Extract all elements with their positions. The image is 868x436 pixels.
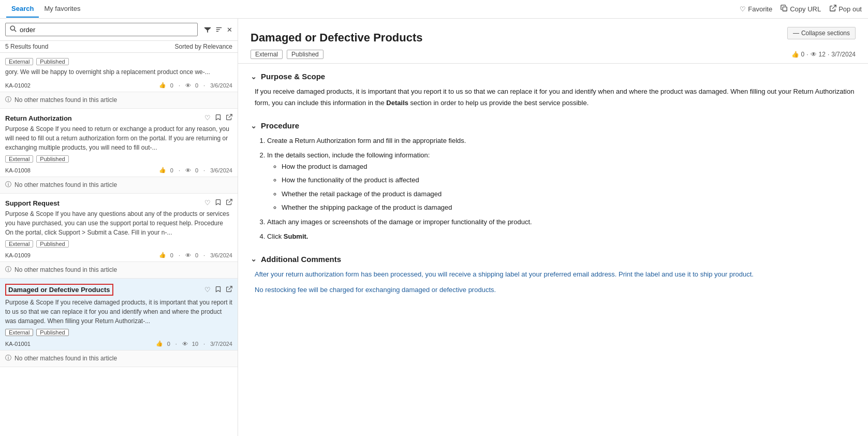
tag-published: Published [36,155,68,163]
result-actions: ♡ [204,199,232,207]
svg-line-1 [832,5,836,9]
like-icon: 👍 [159,252,166,258]
svg-line-3 [14,30,17,32]
bookmark-icon[interactable] [215,199,222,207]
tab-favorites[interactable]: My favorites [39,1,85,18]
views-icon: 👁 [185,252,191,258]
list-item[interactable]: Damaged or Defective Products ♡ Purpose … [0,279,238,351]
svg-line-9 [229,286,232,289]
result-stats: 👍 0 · 👁 0 · 3/6/2024 [159,167,232,173]
favorite-action[interactable]: ♡ Favorite [740,5,772,13]
date: 3/6/2024 [210,252,232,258]
results-count: 5 Results found [5,43,48,50]
list-item[interactable]: Return Authorization ♡ Purpose & Scope I… [0,109,238,177]
sort-label: Sorted by Relevance [175,43,232,50]
date: 3/6/2024 [210,82,232,89]
sub-item-4: Whether the shipping package of the prod… [282,202,856,213]
no-match-item: ⓘ No other matches found in this article [0,262,238,279]
section-title-purpose: Purpose & Scope [261,72,325,81]
section-title-procedure: Procedure [261,121,299,130]
share-icon[interactable] [226,199,232,207]
result-title-selected-wrapper: Damaged or Defective Products [5,284,113,296]
svg-line-8 [229,199,232,203]
views-count: 0 [195,82,198,89]
top-bar-actions: ♡ Favorite Copy URL Pop out [740,5,862,13]
step-4: Click Submit. [267,231,856,242]
collapse-icon: — [793,30,799,37]
tag-published: Published [36,329,68,336]
additional-text-1: After your return authorization form has… [255,269,856,280]
result-footer: KA-01001 👍 0 · 👁 10 · 3/7/2024 [5,338,232,350]
chevron-down-icon: ⌄ [251,72,257,81]
article-tags: External Published [251,50,323,59]
result-stats: 👍 0 · 👁 0 · 3/6/2024 [159,252,232,258]
tag-external: External [5,240,33,248]
top-bar: Search My favorites ♡ Favorite Copy URL … [0,0,868,19]
result-id: KA-01009 [5,252,31,258]
bookmark-icon[interactable] [215,286,222,294]
info-icon: ⓘ [5,95,11,104]
chevron-down-icon: ⌄ [251,255,257,263]
like-icon: 👍 [159,82,166,89]
result-tags: External Published [5,155,232,163]
info-icon: ⓘ [5,180,11,189]
result-id: KA-01002 [5,82,31,89]
heart-icon: ♡ [740,5,746,13]
article-views: 12 [819,51,826,58]
section-additional: ⌄ Additional Comments After your return … [251,255,856,296]
article-likes: 0 [801,51,805,58]
search-bar-container: ✕ [0,19,238,41]
section-heading-procedure[interactable]: ⌄ Procedure [251,121,856,130]
favorite-icon[interactable]: ♡ [204,286,211,294]
result-id: KA-01001 [5,341,31,347]
clear-icon[interactable]: ✕ [227,26,232,34]
tab-search[interactable]: Search [6,1,39,18]
search-meta: 5 Results found Sorted by Relevance [0,41,238,53]
result-snippet: Purpose & Scope If you need to return or… [5,124,232,152]
no-match-text: No other matches found in this article [14,181,117,188]
step-3: Attach any images or screenshots of the … [267,216,856,228]
list-item[interactable]: External Published gory. We will be happ… [0,53,238,92]
info-icon: ⓘ [5,265,11,274]
like-icon: 👍 [156,340,163,347]
tab-group: Search My favorites [6,1,85,18]
section-heading-purpose[interactable]: ⌄ Purpose & Scope [251,72,856,81]
result-tags: External Published [5,329,232,336]
copy-url-action[interactable]: Copy URL [781,5,821,13]
popout-action[interactable]: Pop out [829,5,862,13]
info-icon: ⓘ [5,354,11,362]
no-match-item: ⓘ No other matches found in this article [0,177,238,194]
tag-published: Published [36,240,68,248]
sub-item-3: Whether the retail package of the produc… [282,188,856,200]
results-list: External Published gory. We will be happ… [0,53,238,436]
sort-icon[interactable] [215,26,223,33]
svg-point-2 [10,26,14,30]
share-icon[interactable] [226,114,232,122]
result-tags: External Published [5,58,232,65]
search-input[interactable] [20,26,193,34]
share-icon[interactable] [226,286,232,294]
views-icon: 👁 [185,82,191,89]
no-match-text: No other matches found in this article [14,355,117,362]
collapse-label: Collapse sections [801,30,850,37]
bookmark-icon[interactable] [215,114,222,122]
popout-icon [829,5,836,13]
favorite-icon[interactable]: ♡ [204,114,211,122]
filter-icon[interactable] [204,26,211,33]
result-footer: KA-01002 👍 0 · 👁 0 · 3/6/2024 [5,80,232,92]
article-tag-published: Published [287,50,323,59]
list-item[interactable]: Support Request ♡ Purpose & Scope If you… [0,194,238,262]
no-match-item: ⓘ No other matches found in this article [0,351,238,367]
date: 3/7/2024 [210,341,232,347]
article-header: Damaged or Defective Products External P… [238,19,868,64]
section-procedure: ⌄ Procedure Create a Return Authorizatio… [251,121,856,242]
result-title: Return Authorization [5,114,72,122]
result-footer: KA-01008 👍 0 · 👁 0 · 3/6/2024 [5,165,232,177]
section-heading-additional[interactable]: ⌄ Additional Comments [251,255,856,264]
tag-external: External [5,155,33,163]
no-match-item: ⓘ No other matches found in this article [0,92,238,109]
favorite-icon[interactable]: ♡ [204,199,211,207]
svg-rect-0 [783,7,787,11]
views-count: 10 [192,341,198,347]
collapse-sections-button[interactable]: — Collapse sections [787,27,856,39]
